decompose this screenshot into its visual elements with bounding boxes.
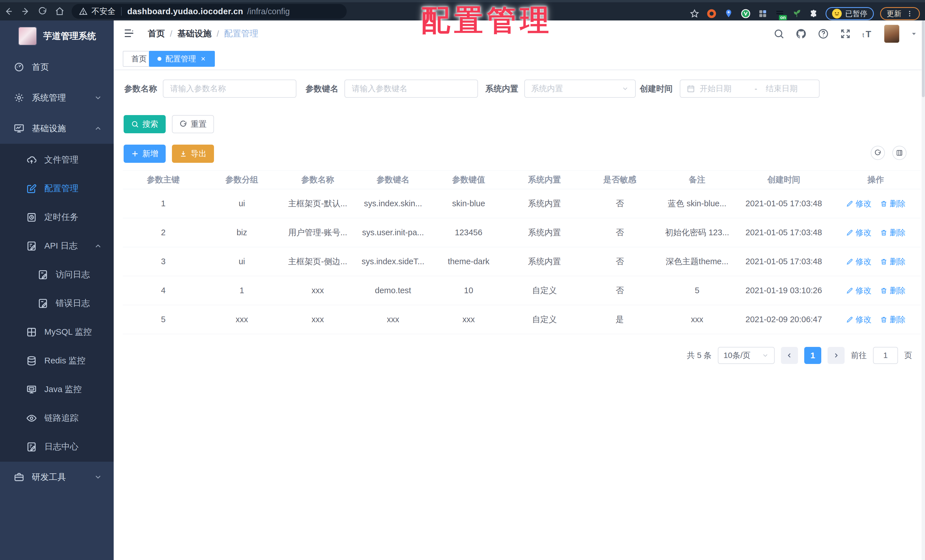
refresh-icon (179, 120, 187, 128)
sidebar-item-config-manage[interactable]: 配置管理 (0, 174, 114, 203)
cell-builtin: 系统内置 (507, 218, 582, 247)
next-page-button[interactable] (827, 347, 845, 364)
sidebar-item-trace[interactable]: 链路追踪 (0, 404, 114, 432)
cell-remark: 5 (657, 276, 737, 305)
help-icon[interactable] (818, 28, 829, 39)
cell-value: theme-dark (431, 247, 507, 276)
date-end-input[interactable] (765, 84, 814, 93)
export-button[interactable]: 导出 (172, 145, 214, 163)
column-header: 操作 (831, 171, 921, 189)
cell-group: ui (204, 247, 280, 276)
sidebar-item-label: Java 监控 (44, 384, 82, 395)
refresh-table-button[interactable] (871, 146, 885, 160)
font-size-icon[interactable]: tT (862, 28, 873, 39)
edit-label: 修改 (856, 314, 872, 325)
cell-created: 2021-01-05 17:03:48 (737, 189, 831, 218)
extension-green-circle-icon[interactable] (740, 8, 751, 19)
tab-config-manage[interactable]: 配置管理 (149, 51, 215, 67)
sidebar-item-scheduled-jobs[interactable]: 定时任务 (0, 203, 114, 232)
user-avatar[interactable] (884, 25, 899, 43)
search-icon[interactable] (773, 28, 785, 39)
delete-link[interactable]: 删除 (880, 285, 906, 296)
goto-page-input[interactable] (873, 347, 898, 364)
sidebar-item-log-center[interactable]: 日志中心 (0, 432, 114, 461)
briefcase-icon (14, 472, 24, 482)
sidebar-item-access-log[interactable]: 访问日志 (0, 260, 114, 289)
sidebar-item-redis-monitor[interactable]: Redis 监控 (0, 346, 114, 375)
edit-link[interactable]: 修改 (846, 285, 872, 296)
security-label[interactable]: 不安全 (92, 6, 115, 17)
delete-link[interactable]: 删除 (880, 198, 906, 209)
cell-group: 1 (204, 276, 280, 305)
breadcrumb-home[interactable]: 首页 (148, 28, 165, 39)
url-bar[interactable]: 不安全 dashboard.yudao.iocoder.cn/infra/con… (72, 4, 347, 19)
extension-pin-icon[interactable] (723, 8, 734, 19)
edit-link[interactable]: 修改 (846, 198, 872, 209)
current-page-button[interactable]: 1 (804, 347, 821, 364)
home-icon[interactable] (51, 3, 68, 20)
reload-icon[interactable] (34, 3, 51, 20)
search-icon (131, 120, 139, 128)
cell-builtin: 自定义 (507, 305, 582, 334)
search-button[interactable]: 搜索 (124, 115, 166, 133)
extension-donut-icon[interactable] (706, 8, 717, 19)
date-start-input[interactable] (699, 84, 748, 93)
sidebar-item-mysql-monitor[interactable]: MySQL 监控 (0, 318, 114, 346)
sidebar-item-api-log[interactable]: API 日志 (0, 232, 114, 260)
github-icon[interactable] (795, 28, 807, 39)
delete-link[interactable]: 删除 (880, 227, 906, 238)
sidebar-item-label: 访问日志 (56, 269, 90, 280)
cell-actions: 修改 删除 (831, 247, 921, 276)
reset-button[interactable]: 重置 (172, 115, 214, 133)
add-button[interactable]: 新增 (124, 145, 166, 163)
edit-link[interactable]: 修改 (846, 314, 872, 325)
edit-link[interactable]: 修改 (846, 227, 872, 238)
delete-link[interactable]: 删除 (880, 256, 906, 267)
param-name-input[interactable] (170, 84, 289, 93)
sidebar-item-system[interactable]: 系统管理 (0, 83, 114, 113)
app-logo[interactable]: 芋道管理系统 (0, 21, 114, 52)
column-header: 参数键名 (356, 171, 431, 189)
page-size-select[interactable]: 10条/页 (718, 347, 775, 364)
extension-list-on-icon[interactable]: on (774, 8, 785, 19)
goto-label: 前往 (851, 350, 867, 361)
fullscreen-icon[interactable] (840, 28, 851, 39)
update-label: 更新 (887, 9, 901, 19)
cell-group: xxx (204, 305, 280, 334)
param-key-input[interactable] (351, 84, 471, 93)
edit-link[interactable]: 修改 (846, 256, 872, 267)
edit-label: 修改 (856, 256, 872, 267)
sidebar-toggle-icon[interactable] (124, 27, 136, 40)
builtin-select[interactable]: 系统内置 (524, 80, 636, 98)
bookmark-star-icon[interactable] (689, 8, 700, 19)
sidebar-item-label: 首页 (32, 62, 49, 73)
browser-update-pill[interactable]: 更新 (880, 7, 920, 20)
svg-text:t: t (862, 31, 864, 38)
user-menu-caret-icon[interactable] (910, 30, 917, 38)
column-header: 参数主键 (123, 171, 204, 189)
column-header: 参数名称 (280, 171, 356, 189)
back-icon[interactable] (0, 3, 17, 20)
sidebar-item-home[interactable]: 首页 (0, 52, 114, 83)
profile-paused-pill[interactable]: 已暂停 (826, 7, 874, 20)
eye-icon (26, 413, 37, 424)
forward-icon[interactable] (17, 3, 34, 20)
sidebar-item-java-monitor[interactable]: Java 监控 (0, 375, 114, 404)
sidebar-item-infra[interactable]: 基础设施 (0, 113, 114, 144)
sidebar-item-dev-tools[interactable]: 研发工具 (0, 462, 114, 492)
scrollbar-track[interactable] (922, 21, 925, 560)
breadcrumb-infra[interactable]: 基础设施 (177, 28, 211, 39)
close-icon[interactable] (200, 56, 206, 62)
sidebar-item-error-log[interactable]: 错误日志 (0, 289, 114, 318)
chevron-down-icon (94, 93, 102, 102)
sidebar-item-file-manage[interactable]: 文件管理 (0, 146, 114, 174)
delete-link[interactable]: 删除 (880, 314, 906, 325)
cell-created: 2021-01-19 03:10:26 (737, 276, 831, 305)
prev-page-button[interactable] (781, 347, 798, 364)
column-settings-button[interactable] (892, 146, 907, 160)
date-range-picker[interactable]: - (680, 80, 820, 98)
scrollbar-thumb[interactable] (922, 21, 925, 97)
extension-plant-icon[interactable] (791, 8, 802, 19)
extension-grid-icon[interactable] (757, 8, 768, 19)
extensions-puzzle-icon[interactable] (809, 8, 819, 19)
